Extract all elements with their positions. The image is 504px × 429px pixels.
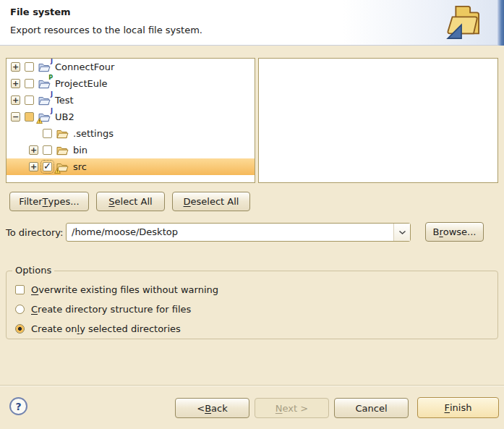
expand-toggle-icon[interactable]: + bbox=[11, 95, 20, 105]
chevron-down-icon bbox=[398, 230, 406, 235]
tree-row-test[interactable]: + J Test bbox=[7, 92, 255, 109]
label-part: < bbox=[197, 403, 205, 414]
footer-separator bbox=[0, 385, 504, 386]
java-project-folder-icon: J bbox=[38, 62, 51, 72]
tree-row-src-selected[interactable]: + src bbox=[7, 158, 255, 175]
tree-item-label[interactable]: UB2 bbox=[54, 111, 74, 122]
mnemonic: S bbox=[108, 196, 114, 207]
create-structure-label[interactable]: Create directory structure for files bbox=[31, 304, 191, 315]
label-part: Filter bbox=[19, 196, 42, 207]
directory-combo[interactable]: /home/moose/Desktop bbox=[66, 223, 411, 242]
export-folder-icon bbox=[445, 4, 487, 43]
project-badge: P bbox=[48, 75, 53, 81]
warning-overlay-icon bbox=[54, 168, 61, 174]
tree-item-label[interactable]: .settings bbox=[72, 128, 114, 139]
banner-blue-strip bbox=[497, 0, 504, 46]
tree-item-label[interactable]: bin bbox=[72, 145, 87, 156]
mnemonic: B bbox=[205, 403, 211, 414]
checkbox-connectfour[interactable] bbox=[25, 62, 34, 72]
expand-toggle-icon[interactable]: + bbox=[29, 145, 38, 155]
back-button[interactable]: < Back bbox=[175, 398, 249, 418]
tree-row-settings[interactable]: .settings bbox=[7, 125, 255, 142]
create-structure-option[interactable]: Create directory structure for files bbox=[15, 302, 497, 316]
checkbox-src-checked[interactable] bbox=[43, 162, 52, 171]
header-banner: File system Export resources to the loca… bbox=[0, 0, 504, 46]
overwrite-option[interactable]: Overwrite existing files without warning bbox=[15, 282, 497, 297]
expand-toggle-icon[interactable]: + bbox=[11, 79, 20, 88]
resource-tree: + J ConnectFour + P ProjectEule + J bbox=[6, 58, 255, 183]
to-directory-label: To directory: bbox=[6, 227, 63, 238]
directory-value[interactable]: /home/moose/Desktop bbox=[67, 224, 393, 241]
collapse-toggle-icon[interactable]: − bbox=[11, 112, 20, 122]
warning-overlay-icon bbox=[36, 118, 43, 124]
java-project-folder-warning-icon: J bbox=[38, 112, 51, 122]
deselect-all-button[interactable]: Deselect All bbox=[172, 192, 250, 211]
label-part: eselect All bbox=[191, 196, 239, 207]
select-all-button[interactable]: Select All bbox=[96, 192, 165, 211]
label-part: ack bbox=[211, 403, 228, 414]
help-button[interactable]: ? bbox=[9, 397, 27, 415]
filter-types-button[interactable]: Filter Types... bbox=[9, 192, 89, 211]
options-group: Options Overwrite existing files without… bbox=[6, 271, 498, 339]
expand-toggle-icon[interactable]: + bbox=[29, 162, 38, 171]
project-folder-icon: P bbox=[38, 79, 51, 89]
create-selected-option[interactable]: Create only selected directories bbox=[15, 321, 497, 336]
create-selected-radio-selected[interactable] bbox=[15, 324, 25, 334]
cancel-button[interactable]: Cancel bbox=[334, 398, 409, 418]
label-part: elect All bbox=[115, 196, 153, 207]
java-project-folder-icon: J bbox=[38, 95, 51, 106]
tree-row-projecteule[interactable]: + P ProjectEule bbox=[7, 75, 255, 92]
checkbox-bin[interactable] bbox=[43, 145, 52, 155]
mnemonic: D bbox=[184, 196, 191, 207]
create-structure-radio[interactable] bbox=[15, 305, 25, 314]
tree-item-label[interactable]: Test bbox=[54, 95, 74, 106]
mnemonic: F bbox=[445, 402, 450, 413]
label-part: owse... bbox=[443, 226, 477, 237]
label-part: inish bbox=[450, 402, 471, 413]
selected-resources-panel[interactable] bbox=[258, 58, 498, 183]
options-group-legend: Options bbox=[12, 265, 54, 276]
combo-dropdown-button[interactable] bbox=[393, 224, 410, 241]
label-part: ypes... bbox=[48, 196, 80, 207]
mnemonic: T bbox=[43, 196, 48, 207]
folder-icon bbox=[56, 145, 69, 156]
java-badge: J bbox=[51, 59, 53, 64]
expand-toggle-icon[interactable]: + bbox=[11, 62, 20, 72]
browse-button[interactable]: Browse... bbox=[425, 222, 484, 242]
mnemonic: N bbox=[276, 403, 283, 414]
tree-row-connectfour[interactable]: + J ConnectFour bbox=[7, 59, 255, 75]
page-title: File system bbox=[10, 7, 71, 17]
finish-button[interactable]: Finish bbox=[417, 397, 499, 418]
folder-warning-icon bbox=[56, 162, 69, 172]
tree-row-ub2[interactable]: − J UB2 bbox=[7, 109, 255, 125]
tree-item-label[interactable]: ConnectFour bbox=[54, 61, 114, 72]
overwrite-checkbox[interactable] bbox=[15, 285, 25, 294]
export-wizard-dialog: File system Export resources to the loca… bbox=[0, 0, 504, 429]
page-subtitle: Export resources to the local file syste… bbox=[10, 25, 202, 35]
overwrite-label[interactable]: Overwrite existing files without warning bbox=[31, 284, 218, 295]
tree-row-bin[interactable]: + bin bbox=[7, 142, 255, 158]
java-badge: J bbox=[51, 92, 53, 98]
tree-item-label[interactable]: ProjectEule bbox=[54, 78, 108, 89]
create-selected-label[interactable]: Create only selected directories bbox=[31, 323, 181, 334]
label-part: ext > bbox=[283, 403, 309, 414]
next-button-disabled[interactable]: Next > bbox=[255, 398, 329, 418]
tree-item-label[interactable]: src bbox=[72, 161, 87, 172]
label-part: Cancel bbox=[355, 403, 387, 414]
checkbox-test[interactable] bbox=[25, 95, 34, 105]
checkbox-projecteule[interactable] bbox=[25, 79, 34, 88]
question-mark-icon: ? bbox=[15, 401, 21, 412]
label-part: B bbox=[432, 226, 439, 237]
folder-icon bbox=[56, 129, 69, 139]
checkbox-settings[interactable] bbox=[43, 129, 52, 138]
java-badge: J bbox=[51, 109, 53, 114]
checkbox-ub2-mixed[interactable] bbox=[25, 112, 34, 122]
